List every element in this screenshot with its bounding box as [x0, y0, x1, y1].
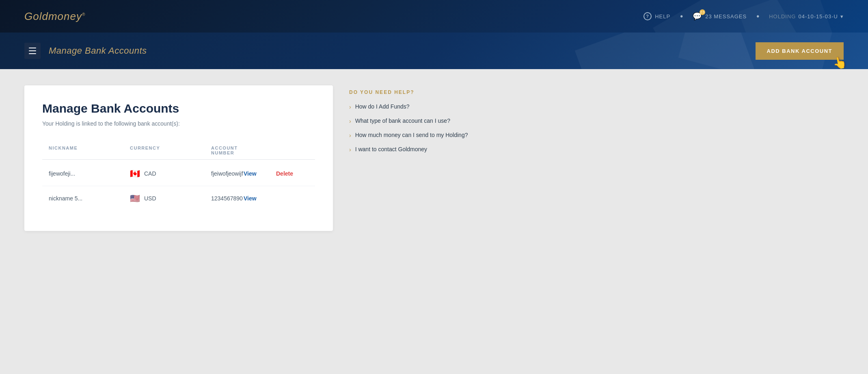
currency-code-2: USD: [144, 195, 156, 202]
col-nickname: NICKNAME: [49, 146, 130, 155]
table-header: NICKNAME CURRENCY ACCOUNT NUMBER: [42, 141, 315, 160]
col-actions-1: [244, 146, 276, 155]
col-actions-2: [276, 146, 309, 155]
menu-line-1: [29, 48, 36, 48]
account-currency-1: 🇨🇦 CAD: [130, 169, 211, 178]
delete-button-1[interactable]: Delete: [276, 170, 309, 177]
messages-label: 23 MESSAGES: [705, 13, 747, 20]
help-item-label-2: What type of bank account can I use?: [355, 117, 450, 124]
help-panel: DO YOU NEED HELP? › How do I Add Funds? …: [349, 85, 479, 160]
cursor-pointer-icon: 👆: [831, 55, 848, 69]
col-account-number: ACCOUNT NUMBER: [211, 146, 244, 155]
messages-nav-item[interactable]: 💬 23 23 MESSAGES: [693, 12, 747, 21]
help-item-3[interactable]: › How much money can I send to my Holdin…: [349, 132, 479, 139]
page-subtitle: Your Holding is linked to the following …: [42, 120, 315, 127]
help-label: HELP: [655, 13, 670, 20]
page-title: Manage Bank Accounts: [42, 102, 315, 115]
menu-line-3: [29, 53, 36, 54]
holding-label: HOLDING: [769, 13, 796, 20]
messages-badge: 23: [700, 9, 705, 15]
col-currency: CURRENCY: [130, 146, 211, 155]
nav-separator-dot-2: •: [756, 12, 759, 21]
account-currency-2: 🇺🇸 USD: [130, 194, 211, 203]
sub-nav-title: Manage Bank Accounts: [49, 46, 147, 56]
logo-text: Goldmoney: [24, 10, 82, 22]
help-item-2[interactable]: › What type of bank account can I use?: [349, 117, 479, 124]
messages-icon: 💬 23: [693, 12, 702, 21]
chevron-right-icon: ›: [349, 118, 351, 124]
nav-separator-dot: •: [680, 12, 683, 21]
bank-accounts-panel: Manage Bank Accounts Your Holding is lin…: [24, 85, 333, 231]
help-item-label-1: How do I Add Funds?: [355, 103, 410, 110]
view-button-2[interactable]: View: [244, 195, 276, 202]
main-content: Manage Bank Accounts Your Holding is lin…: [0, 69, 868, 247]
chevron-right-icon: ›: [349, 132, 351, 139]
account-nickname-2: nickname 5...: [49, 195, 130, 202]
help-nav-item[interactable]: ? HELP: [643, 12, 670, 20]
usa-flag-icon: 🇺🇸: [130, 194, 140, 203]
sub-navigation: Manage Bank Accounts ADD BANK ACCOUNT 👆: [0, 33, 868, 69]
chevron-down-icon: ▾: [840, 13, 844, 20]
help-item-1[interactable]: › How do I Add Funds?: [349, 103, 479, 110]
chevron-right-icon: ›: [349, 104, 351, 110]
currency-code-1: CAD: [144, 170, 156, 177]
holding-nav-item[interactable]: HOLDING 04-10-15-03-U ▾: [769, 13, 844, 20]
help-section-title: DO YOU NEED HELP?: [349, 89, 479, 95]
account-nickname-1: fijewofeji...: [49, 170, 130, 177]
help-item-4[interactable]: › I want to contact Goldmoney: [349, 146, 479, 153]
help-item-label-3: How much money can I send to my Holding?: [355, 132, 468, 138]
account-number-1: fjeiwofjeowijf: [211, 170, 244, 177]
holding-value: 04-10-15-03-U: [798, 13, 838, 20]
menu-button[interactable]: [24, 43, 41, 59]
table-row: nickname 5... 🇺🇸 USD 1234567890 View: [42, 186, 315, 211]
account-number-2: 1234567890: [211, 195, 244, 202]
canada-flag-icon: 🇨🇦: [130, 169, 140, 178]
chevron-right-icon: ›: [349, 146, 351, 153]
sub-nav-left: Manage Bank Accounts: [24, 43, 147, 59]
menu-line-2: [29, 50, 36, 51]
add-bank-account-button[interactable]: ADD BANK ACCOUNT: [756, 42, 844, 60]
help-icon: ?: [643, 12, 652, 20]
help-item-label-4: I want to contact Goldmoney: [355, 146, 427, 152]
table-row: fijewofeji... 🇨🇦 CAD fjeiwofjeowijf View…: [42, 161, 315, 186]
logo: Goldmoney®: [24, 10, 85, 23]
top-navigation: Goldmoney® ? HELP • 💬 23 23 MESSAGES • H…: [0, 0, 868, 33]
logo-trademark: ®: [82, 12, 85, 17]
view-button-1[interactable]: View: [244, 170, 276, 177]
nav-right: ? HELP • 💬 23 23 MESSAGES • HOLDING 04-1…: [643, 12, 844, 21]
